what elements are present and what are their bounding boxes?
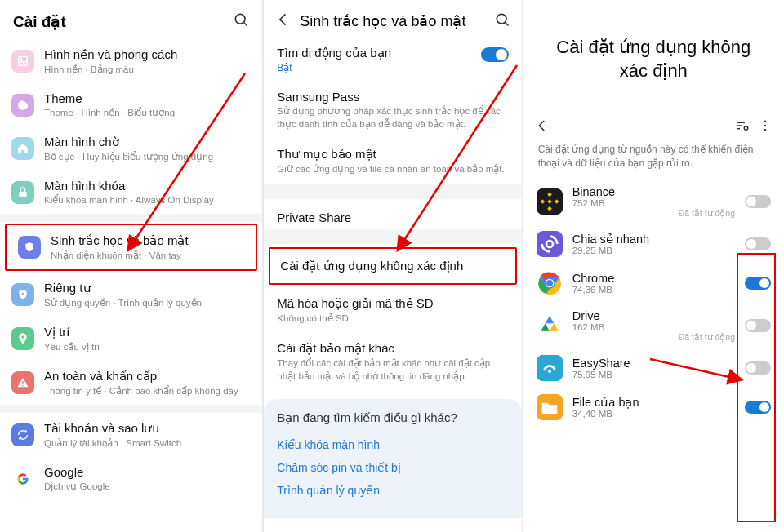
privacy-icon: [11, 283, 34, 306]
svg-point-19: [764, 129, 766, 131]
svg-point-26: [537, 231, 563, 257]
svg-point-31: [546, 280, 553, 286]
svg-point-18: [764, 125, 766, 126]
google-icon: [11, 468, 34, 490]
warning-text: Cài đặt ứng dụng từ nguồn này có thể khi…: [523, 143, 784, 179]
svg-point-34: [548, 370, 551, 373]
app-name: Drive: [572, 309, 735, 322]
app-name: Chia sẻ nhanh: [572, 233, 735, 246]
row-title: An toàn và khẩn cấp: [44, 369, 238, 383]
settings-row-2[interactable]: Màn hình chờBố cục · Huy hiệu biểu tượng…: [0, 126, 262, 171]
item-find-my-mobile[interactable]: Tìm di động của bạn Bật: [264, 38, 521, 82]
settings-row-5[interactable]: Riêng tưSử dụng quyền · Trình quản lý qu…: [0, 273, 262, 317]
svg-rect-8: [22, 385, 23, 386]
auto-off-label: Đã tắt tự động: [572, 332, 735, 342]
svg-rect-4: [19, 191, 26, 197]
row-title: Màn hình khóa: [44, 179, 214, 193]
row-sub: Nhận diện khuôn mặt · Vân tay: [51, 250, 189, 261]
home-icon: [11, 137, 34, 160]
suggestion-link[interactable]: Kiểu khóa màn hình: [277, 433, 508, 456]
row-title: Tài khoản và sao lưu: [44, 421, 181, 436]
app-toggle[interactable]: [745, 237, 771, 250]
search-icon[interactable]: [233, 11, 249, 31]
alert-icon: [11, 371, 34, 394]
item-title: Mã hóa hoặc giải mã thẻ SD: [277, 296, 508, 311]
svg-point-16: [744, 126, 748, 131]
app-icon: [537, 313, 563, 339]
image-icon: [11, 50, 34, 73]
pin-icon: [11, 327, 34, 350]
svg-line-1: [244, 23, 247, 26]
item-private-share[interactable]: Private Share: [264, 199, 521, 229]
item-sub: Sử dụng phương pháp xác thực sinh trắc h…: [277, 105, 508, 131]
svg-rect-33: [537, 355, 563, 381]
highlight-box: [737, 253, 776, 522]
suggestion-link[interactable]: Trình quản lý quyền: [277, 479, 508, 502]
svg-point-0: [236, 14, 246, 24]
panel-settings: Cài đặt Hình nền và phong cáchHình nền ·…: [0, 0, 262, 532]
app-name: EasyShare: [572, 357, 735, 370]
row-sub: Theme · Hình nền · Biểu tượng: [44, 107, 175, 118]
divider: [0, 214, 262, 222]
app-icon: [537, 231, 563, 257]
suggestions-box: Bạn đang tìm kiếm điều gì khác? Kiểu khó…: [264, 399, 521, 518]
item-title: Thư mục bảo mật: [277, 147, 508, 162]
app-name: Binance: [572, 185, 735, 198]
app-row[interactable]: Binance752 MBĐã tắt tự động: [523, 179, 784, 224]
item-title: Tìm di động của bạn: [277, 46, 508, 60]
svg-point-3: [20, 59, 22, 60]
row-sub: Kiểu khóa màn hình · Always On Display: [44, 194, 214, 206]
panel-unknown-apps: Cài đặt ứng dụng không xác định Cài đặt …: [523, 0, 784, 532]
app-icon: [537, 355, 563, 381]
suggestions-title: Bạn đang tìm kiếm điều gì khác?: [277, 410, 508, 425]
settings-row-7[interactable]: An toàn và khẩn cấpThông tin y tế · Cảnh…: [0, 361, 262, 405]
item-sub: Thay đổi các cài đặt bảo mật khác như cà…: [277, 357, 508, 383]
settings-row-9[interactable]: GoogleDịch vụ Google: [0, 457, 262, 500]
item-secure-folder[interactable]: Thư mục bảo mật Giữ các ứng dụng và file…: [264, 139, 521, 184]
settings-row-0[interactable]: Hình nền và phong cáchHình nền · Bảng mà…: [0, 39, 262, 83]
row-title: Màn hình chờ: [44, 135, 213, 149]
row-sub: Yêu cầu vị trí: [44, 341, 100, 352]
settings-row-6[interactable]: Vị tríYêu cầu vị trí: [0, 317, 262, 361]
app-toggle[interactable]: [745, 195, 771, 208]
sort-icon[interactable]: [735, 118, 750, 136]
more-icon[interactable]: [758, 118, 773, 136]
shield-icon: [18, 236, 41, 259]
settings-row-8[interactable]: Tài khoản và sao lưuQuản lý tài khoản · …: [0, 413, 262, 457]
page-title: Cài đặt: [13, 12, 66, 31]
row-sub: Thông tin y tế · Cảnh báo khẩn cấp không…: [44, 385, 238, 397]
app-size: 752 MB: [572, 198, 735, 208]
auto-off-label: Đã tắt tự động: [572, 208, 735, 218]
row-title: Sinh trắc học và bảo mật: [51, 233, 189, 248]
divider: [264, 229, 521, 244]
back-icon[interactable]: [275, 11, 292, 31]
app-size: 74,36 MB: [572, 285, 735, 295]
item-unknown-apps[interactable]: Cài đặt ứng dụng không xác định: [269, 247, 516, 285]
row-title: Theme: [44, 91, 175, 105]
item-samsung-pass[interactable]: Samsung Pass Sử dụng phương pháp xác thự…: [264, 82, 521, 139]
row-sub: Dịch vụ Google: [44, 481, 110, 492]
item-state: Bật: [277, 62, 508, 73]
search-icon[interactable]: [494, 11, 510, 31]
item-sd-encrypt[interactable]: Mã hóa hoặc giải mã thẻ SD Không có thẻ …: [264, 288, 521, 334]
settings-list: Hình nền và phong cáchHình nền · Bảng mà…: [0, 36, 262, 500]
svg-rect-7: [22, 381, 23, 384]
svg-point-5: [22, 293, 24, 295]
settings-row-3[interactable]: Màn hình khóaKiểu khóa màn hình · Always…: [0, 171, 262, 214]
suggestion-link[interactable]: Chăm sóc pin và thiết bị: [277, 456, 508, 479]
settings-row-4[interactable]: Sinh trắc học và bảo mậtNhận diện khuôn …: [5, 224, 257, 271]
app-size: 162 MB: [572, 322, 735, 332]
settings-row-1[interactable]: ThemeTheme · Hình nền · Biểu tượng: [0, 83, 262, 126]
toggle-on[interactable]: [481, 47, 509, 62]
page-title: Sinh trắc học và bảo mật: [300, 12, 485, 30]
svg-point-6: [21, 335, 24, 338]
page-title: Cài đặt ứng dụng không xác định: [523, 0, 784, 115]
row-sub: Hình nền · Bảng màu: [44, 64, 177, 75]
item-other-security[interactable]: Cài đặt bảo mật khác Thay đổi các cài đặ…: [264, 333, 521, 391]
row-sub: Sử dụng quyền · Trình quản lý quyền: [44, 297, 202, 308]
row-title: Vị trí: [44, 325, 100, 339]
item-title: Cài đặt ứng dụng không xác định: [280, 259, 505, 273]
app-size: 29,25 MB: [572, 246, 735, 255]
back-icon[interactable]: [535, 118, 550, 136]
divider: [0, 405, 262, 413]
